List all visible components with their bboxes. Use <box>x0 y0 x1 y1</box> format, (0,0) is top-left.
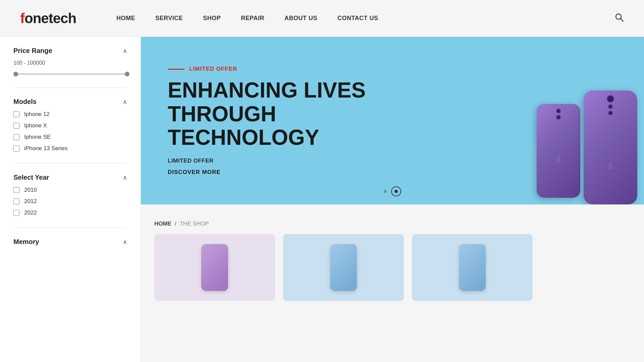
model-iphonese-label: Iphone SE <box>24 134 51 140</box>
model-iphone12-label: Iphone 12 <box>24 111 50 118</box>
banner-headline-line1: ENHANCING LIVES <box>168 78 419 102</box>
range-fill <box>16 73 125 75</box>
price-range-header: Price Range ∧ <box>13 47 127 55</box>
product-card-1[interactable] <box>154 234 275 301</box>
year-2022-label: 2022 <box>24 209 37 216</box>
banner-dots <box>384 186 401 196</box>
banner-text-area: LIMITED OFFER ENHANCING LIVES THROUGH TE… <box>168 66 419 175</box>
price-range-section: Price Range ∧ 100 - 100000 <box>13 47 127 88</box>
memory-chevron[interactable]: ∧ <box>123 238 127 246</box>
select-year-chevron[interactable]: ∧ <box>123 174 127 181</box>
products-row <box>154 234 631 311</box>
logo-one: one <box>24 10 49 26</box>
nav-contact[interactable]: CONTACT US <box>337 15 378 22</box>
select-year-header: Select Year ∧ <box>13 174 127 181</box>
banner-headline-line2: THROUGH TECHNOLOGY <box>168 102 419 149</box>
limited-offer-tag: LIMITED OFFER <box>168 66 419 72</box>
cam-circle-main-3 <box>608 111 613 115</box>
breadcrumb: HOME / THE SHOP <box>154 211 631 234</box>
header: fonetech HOME SERVICE SHOP REPAIR ABOUT … <box>0 0 644 37</box>
banner-dot-2[interactable] <box>391 186 401 196</box>
banner-dot-1[interactable] <box>384 190 387 193</box>
apple-logo-main:  <box>609 162 612 171</box>
apple-logo-secondary:  <box>557 155 560 164</box>
price-range-title: Price Range <box>13 47 52 55</box>
logo: fonetech <box>20 10 76 26</box>
phone-camera-main <box>607 95 614 115</box>
nav-home[interactable]: HOME <box>116 15 135 22</box>
product-card-3[interactable] <box>412 234 533 301</box>
year-2010-label: 2010 <box>24 187 37 193</box>
limited-offer-label: LIMITED OFFER <box>189 66 237 72</box>
model-iphonex-checkbox[interactable] <box>13 123 19 129</box>
model-iphonex-label: Iphone X <box>24 122 47 129</box>
product-card-3-img <box>412 234 533 301</box>
models-chevron[interactable]: ∧ <box>123 98 127 106</box>
breadcrumb-home[interactable]: HOME <box>154 221 171 227</box>
year-2012-checkbox[interactable] <box>13 198 19 204</box>
discover-more-button[interactable]: DISCOVER MORE <box>168 169 419 176</box>
nav-service[interactable]: SERVICE <box>155 15 183 22</box>
year-2012: 2012 <box>13 198 127 205</box>
cam-circle-1 <box>556 109 561 113</box>
banner: LIMITED OFFER ENHANCING LIVES THROUGH TE… <box>141 37 644 204</box>
breadcrumb-shop[interactable]: THE SHOP <box>180 221 209 227</box>
nav-about[interactable]: ABOUT US <box>284 15 317 22</box>
banner-sub-label: LIMITED OFFER <box>168 158 419 164</box>
model-iphone13series-checkbox[interactable] <box>13 145 19 152</box>
models-header: Models ∧ <box>13 98 127 106</box>
cam-circle-main-2 <box>608 104 613 109</box>
range-thumb-right[interactable] <box>125 72 129 76</box>
phone-camera-secondary <box>556 109 561 120</box>
svg-line-1 <box>621 18 623 21</box>
banner-phones:   <box>537 37 644 204</box>
sidebar: Price Range ∧ 100 - 100000 Models ∧ Ipho… <box>0 37 141 362</box>
model-iphonex: Iphone X <box>13 122 127 129</box>
banner-phone-secondary:  <box>537 104 580 198</box>
content-lower: HOME / THE SHOP <box>141 204 644 318</box>
price-range-slider[interactable] <box>13 71 127 77</box>
model-iphone12-checkbox[interactable] <box>13 111 19 117</box>
main-layout: Price Range ∧ 100 - 100000 Models ∧ Ipho… <box>0 37 644 362</box>
mini-phone-2 <box>330 244 357 291</box>
product-card-1-img <box>154 234 275 301</box>
breadcrumb-separator: / <box>175 221 176 227</box>
search-icon[interactable] <box>614 12 624 24</box>
select-year-section: Select Year ∧ 2010 2012 2022 <box>13 174 127 228</box>
models-title: Models <box>13 98 37 106</box>
banner-headline: ENHANCING LIVES THROUGH TECHNOLOGY <box>168 78 419 149</box>
price-range-chevron[interactable]: ∧ <box>123 47 127 55</box>
banner-phone-main:  <box>584 90 637 204</box>
year-2022-checkbox[interactable] <box>13 210 19 216</box>
product-card-2[interactable] <box>283 234 404 301</box>
price-range-value: 100 - 100000 <box>13 60 127 66</box>
model-iphonese-checkbox[interactable] <box>13 134 19 140</box>
year-2010-checkbox[interactable] <box>13 187 19 193</box>
range-thumb-left[interactable] <box>13 72 18 76</box>
nav: HOME SERVICE SHOP REPAIR ABOUT US CONTAC… <box>116 15 624 22</box>
model-iphonese: Iphone SE <box>13 134 127 140</box>
cam-circle-main-1 <box>607 95 614 103</box>
product-card-2-img <box>283 234 404 301</box>
mini-phone-3 <box>459 244 486 291</box>
memory-header: Memory ∧ <box>13 238 127 246</box>
red-line-decoration <box>168 69 184 70</box>
models-section: Models ∧ Iphone 12 Iphone X Iphone SE iP… <box>13 98 127 164</box>
logo-f: f <box>20 10 24 26</box>
memory-section: Memory ∧ <box>13 238 127 258</box>
model-iphone13series-label: iPhone 13 Series <box>24 145 67 152</box>
year-2012-label: 2012 <box>24 198 37 205</box>
model-iphone12: Iphone 12 <box>13 111 127 118</box>
nav-shop[interactable]: SHOP <box>203 15 221 22</box>
year-2022: 2022 <box>13 209 127 216</box>
nav-repair[interactable]: REPAIR <box>241 15 264 22</box>
memory-title: Memory <box>13 238 39 246</box>
content-area: LIMITED OFFER ENHANCING LIVES THROUGH TE… <box>141 37 644 362</box>
year-2010: 2010 <box>13 187 127 193</box>
select-year-title: Select Year <box>13 174 49 181</box>
model-iphone13series: iPhone 13 Series <box>13 145 127 152</box>
mini-phone-1 <box>201 244 228 291</box>
cam-circle-2 <box>556 115 561 120</box>
logo-tech: tech <box>49 10 76 26</box>
